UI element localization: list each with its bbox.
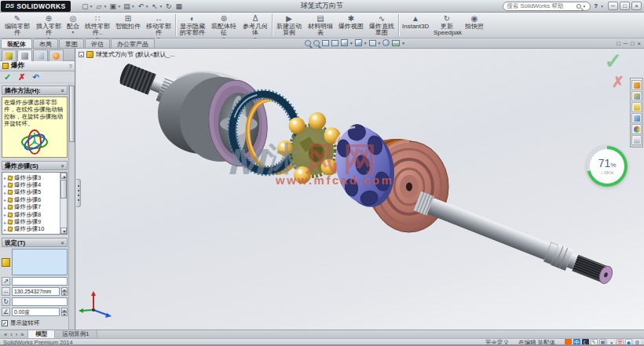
toolbar-update-speedpak[interactable]: ↻更新Speedpak	[431, 13, 463, 38]
flyout-title[interactable]: 球笼式万向节 (默认<默认_...	[96, 50, 175, 59]
cancel-button[interactable]: ✗	[18, 72, 25, 82]
rotation-axis-input[interactable]	[12, 297, 68, 306]
model-shaft[interactable]	[413, 191, 615, 287]
explode-steps-list[interactable]: ▸爆炸步骤3 ▸爆炸步骤4 ▸爆炸步骤5 ▸爆炸步骤6 ▸爆炸步骤7 ▸爆炸步骤…	[2, 172, 68, 235]
expand-icon[interactable]: ▸	[4, 190, 6, 195]
toolbar-show-hidden-components[interactable]: ◐显示隐藏的零部件	[177, 13, 208, 38]
scrollbar-thumb[interactable]	[60, 180, 67, 198]
toolbar-move-component[interactable]: ↔移动零部件▾	[143, 13, 174, 38]
toolbar-smart-fasteners[interactable]: ⊞智能扣件	[113, 13, 143, 38]
tab-featuremanager-tree[interactable]	[2, 49, 16, 61]
list-scrollbar[interactable]	[60, 173, 67, 234]
toolbar-reference-geometry[interactable]: Δ参考几何体▾	[240, 13, 271, 38]
view-orientation-icon[interactable]	[341, 39, 348, 46]
scrollbar-thumb[interactable]	[69, 86, 75, 142]
tab-office-products[interactable]: 办公室产品	[111, 38, 155, 48]
checkbox-checked-icon[interactable]: ✓	[2, 320, 8, 326]
select-icon[interactable]: ↖	[150, 2, 160, 11]
expand-icon[interactable]: ▸	[4, 205, 6, 210]
search-input[interactable]	[507, 2, 573, 9]
help-icon[interactable]: ?	[69, 63, 72, 70]
expand-icon[interactable]: ▸	[4, 175, 6, 180]
restore-button[interactable]: □	[620, 2, 630, 10]
zoom-fit-icon[interactable]	[305, 40, 311, 46]
tab-displaymanager[interactable]	[49, 49, 64, 61]
chevron-down-icon[interactable]: ▾	[146, 4, 148, 9]
download-progress-badge[interactable]: 71% ↓ 0K/s	[587, 146, 628, 187]
doc-minimize-icon[interactable]: ─	[624, 40, 628, 47]
nav-last-icon[interactable]: »	[20, 331, 24, 338]
list-item-explode-step[interactable]: ▸爆炸步骤10	[4, 226, 59, 233]
rebuild-icon[interactable]: ↻	[163, 2, 174, 11]
section-settings-header[interactable]: 设定(T) «	[2, 238, 68, 247]
section-method-header[interactable]: 操作方法(H): «	[2, 86, 68, 95]
toolbar-insert-component[interactable]: ⊕插入零部件▾	[33, 13, 64, 38]
chevron-down-icon[interactable]: ▾	[104, 4, 106, 9]
chevron-down-icon[interactable]: ▾	[601, 4, 603, 9]
panel-scrollbar[interactable]	[68, 84, 75, 330]
list-item-explode-step[interactable]: ▸爆炸步骤5	[4, 189, 59, 196]
display-style-icon[interactable]	[355, 39, 362, 46]
show-rotation-rings-option[interactable]: ✓ 显示旋转环	[2, 319, 68, 327]
collapse-icon[interactable]: «	[60, 164, 66, 167]
section-steps-header[interactable]: 爆炸步骤(S) «	[2, 161, 68, 170]
previous-view-icon[interactable]	[322, 40, 329, 46]
list-item-explode-step[interactable]: ▸爆炸步骤8	[4, 211, 59, 218]
view-palette-icon[interactable]	[631, 113, 642, 123]
expand-icon[interactable]: ▸	[4, 220, 6, 225]
print-icon[interactable]: ▤	[122, 2, 132, 11]
collapse-icon[interactable]: «	[60, 241, 66, 244]
tab-layout[interactable]: 布局	[33, 38, 58, 48]
chevron-down-icon[interactable]: ▾	[160, 4, 163, 9]
toolbar-bill-of-materials[interactable]: ▤材料明细表	[305, 13, 336, 38]
toolbar-take-snapshot[interactable]: ◉拍快照	[463, 13, 486, 38]
explode-distance-input[interactable]	[12, 287, 60, 296]
solidworks-resources-icon[interactable]	[631, 80, 642, 90]
toolbar-explode-line-sketch[interactable]: ∿爆炸直线草图	[366, 13, 397, 38]
nav-first-icon[interactable]: «	[4, 331, 7, 338]
close-button[interactable]: ×	[631, 2, 642, 10]
graphics-viewport[interactable]: + 球笼式万向节 (默认<默认_... ✓ ✗ M 沐风网 www.mfcad.…	[76, 49, 644, 330]
toolbar-mate[interactable]: ◎配合▾	[64, 13, 82, 38]
collapse-icon[interactable]: «	[60, 89, 66, 92]
rotation-angle-input[interactable]	[12, 308, 60, 316]
scroll-down-icon[interactable]	[60, 228, 67, 234]
undo-icon[interactable]: ↶	[136, 2, 146, 11]
help-button[interactable]: ?	[594, 2, 598, 9]
list-item-explode-step[interactable]: ▸爆炸步骤9	[4, 218, 59, 225]
scroll-up-icon[interactable]	[60, 173, 67, 179]
tree-expand-icon[interactable]: +	[79, 52, 84, 57]
search-icon[interactable]	[576, 4, 581, 9]
confirm-ok-icon[interactable]: ✓	[604, 49, 622, 74]
apply-scene-icon[interactable]	[392, 40, 400, 46]
chevron-down-icon[interactable]: ▾	[350, 41, 353, 46]
angle-stepper[interactable]	[61, 308, 68, 316]
components-selection-box[interactable]	[12, 249, 68, 275]
toolbar-exploded-view[interactable]: ✱爆炸视图	[336, 13, 366, 38]
section-view-icon[interactable]	[331, 40, 338, 46]
toolbar-edit-component[interactable]: ✎编辑零部件	[2, 13, 33, 38]
list-item-explode-step[interactable]: ▸爆炸步骤6	[4, 196, 59, 203]
design-library-icon[interactable]	[631, 91, 642, 101]
nav-next-icon[interactable]: ›	[16, 331, 18, 338]
tab-model[interactable]: 模型	[28, 330, 55, 338]
chevron-down-icon[interactable]: ▾	[402, 41, 404, 46]
doc-close-icon[interactable]: ×	[638, 40, 641, 47]
chevron-down-icon[interactable]: ▾	[584, 4, 586, 9]
chevron-down-icon[interactable]: ▾	[132, 4, 134, 9]
toolbar-assembly-features[interactable]: ⊛装配体特征▾	[208, 13, 240, 38]
chevron-down-icon[interactable]: ▾	[379, 41, 381, 46]
chevron-down-icon[interactable]: ▾	[90, 4, 93, 9]
tab-motion-study-1[interactable]: 运动算例1	[55, 330, 97, 338]
explode-direction-input[interactable]	[12, 277, 68, 286]
list-item-explode-step[interactable]: ▸爆炸步骤3	[4, 174, 59, 181]
ok-button[interactable]: ✓	[4, 72, 11, 82]
cv-joint-exploded-model[interactable]	[76, 49, 644, 330]
toolbar-new-motion-study[interactable]: ▶新建运动算例	[273, 13, 305, 38]
nav-prev-icon[interactable]: ‹	[10, 331, 13, 338]
custom-properties-icon[interactable]	[631, 135, 642, 145]
tab-configurationmanager[interactable]	[33, 49, 48, 61]
doc-restore-icon[interactable]: □	[617, 40, 620, 47]
toolbar-instant3d[interactable]: ▲Instant3D	[400, 13, 431, 38]
help-search-box[interactable]: ▾	[503, 2, 591, 11]
